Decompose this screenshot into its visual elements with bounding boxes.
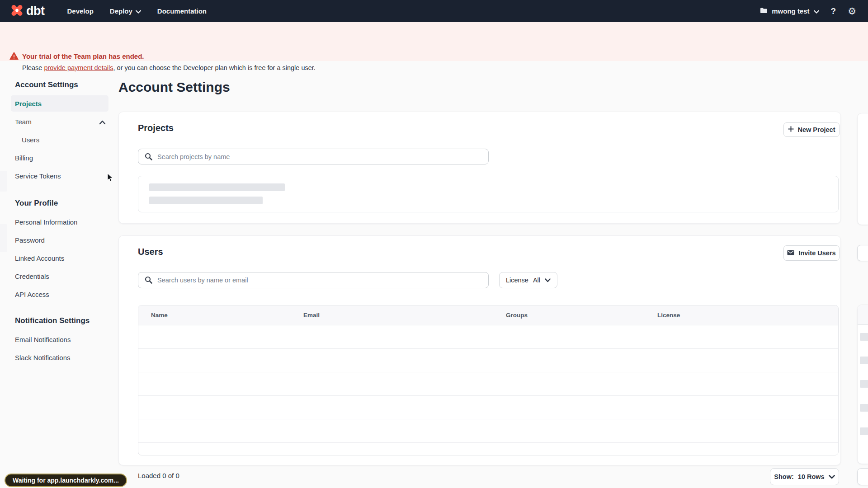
account-name: mwong test [772, 7, 809, 15]
help-button[interactable]: ? [831, 6, 836, 16]
payment-details-link[interactable]: provide payment details [44, 64, 113, 71]
sidebar-item-team[interactable]: Team [11, 113, 108, 130]
chevron-down-icon [136, 7, 141, 15]
sidebar-item-slack-notifications[interactable]: Slack Notifications [11, 349, 108, 366]
table-row-skeleton [138, 349, 838, 372]
sidebar-heading: Notification Settings [11, 316, 108, 325]
sidebar-item-users[interactable]: Users [11, 131, 108, 148]
account-switcher[interactable]: mwong test [760, 7, 819, 15]
invite-users-button[interactable]: Invite Users [783, 245, 840, 261]
sidebar-heading: Account Settings [11, 80, 108, 89]
sidebar-item-password[interactable]: Password [11, 232, 108, 248]
trial-banner: Your trial of the Team plan has ended. P… [0, 22, 868, 61]
screen: dbt Develop Deploy Documentation mwong t… [0, 0, 868, 488]
sidebar-item-service-tokens[interactable]: Service Tokens [11, 168, 108, 184]
sidebar-item-projects[interactable]: Projects [11, 95, 108, 112]
nav-develop[interactable]: Develop [67, 7, 93, 15]
sidebar-section-account-settings: Account Settings Projects Team Users Bil… [11, 80, 108, 186]
mouse-cursor [107, 173, 114, 184]
column-header-license: License [657, 312, 791, 319]
rows-per-page-dropdown[interactable]: Show: 10 Rows [770, 468, 839, 485]
gear-icon[interactable]: ⚙ [848, 6, 856, 16]
sidebar-item-email-notifications[interactable]: Email Notifications [11, 331, 108, 347]
skeleton-bar [149, 197, 263, 204]
clipped-sliver [0, 224, 7, 252]
chevron-down-icon [814, 7, 819, 15]
clipped-sliver [0, 171, 7, 192]
loaded-count: Loaded 0 of 0 [138, 472, 179, 479]
sidebar-item-linked-accounts[interactable]: Linked Accounts [11, 250, 108, 266]
column-header-name: Name [151, 312, 303, 319]
top-nav: dbt Develop Deploy Documentation mwong t… [0, 0, 868, 22]
banner-title: Your trial of the Team plan has ended. [22, 52, 144, 60]
clipped-button [857, 468, 868, 485]
warning-icon [9, 52, 19, 62]
projects-card-title: Projects [138, 123, 174, 133]
license-filter-dropdown[interactable]: License All [499, 272, 557, 288]
sidebar-section-your-profile: Your Profile Personal Information Passwo… [11, 199, 108, 304]
browser-status-bubble: Waiting for app.launchdarkly.com... [5, 474, 127, 487]
projects-loading-skeleton [138, 176, 839, 212]
dbt-logo-text: dbt [26, 4, 44, 18]
column-header-email: Email [303, 312, 506, 319]
sidebar-item-api-access[interactable]: API Access [11, 286, 108, 302]
users-card-title: Users [138, 247, 163, 257]
sidebar-section-notification-settings: Notification Settings Email Notification… [11, 316, 108, 367]
projects-card: Projects New Project [118, 112, 841, 224]
envelope-icon [787, 249, 794, 257]
sidebar-item-billing[interactable]: Billing [11, 150, 108, 166]
new-project-button[interactable]: New Project [783, 122, 840, 137]
sidebar-item-credentials[interactable]: Credentials [11, 268, 108, 284]
nav-right: mwong test ? ⚙ [760, 0, 856, 22]
table-row-skeleton [138, 372, 838, 396]
folder-icon [760, 7, 768, 15]
page-title: Account Settings [118, 80, 230, 95]
chevron-down-icon [829, 473, 835, 480]
nav-documentation[interactable]: Documentation [157, 7, 207, 15]
nav-deploy[interactable]: Deploy [110, 7, 141, 15]
users-card: Users Invite Users License All Name Emai… [118, 235, 841, 465]
table-row-skeleton [138, 419, 838, 443]
users-table: Name Email Groups License [138, 305, 839, 455]
sidebar-heading: Your Profile [11, 199, 108, 208]
dbt-logo-icon [10, 4, 24, 19]
sidebar-item-personal-information[interactable]: Personal Information [11, 214, 108, 230]
users-search-input[interactable] [138, 272, 489, 288]
users-table-header: Name Email Groups License [138, 305, 838, 325]
plus-icon [788, 126, 794, 133]
column-header-groups: Groups [506, 312, 657, 319]
table-row-skeleton [138, 325, 838, 349]
banner-body: Please provide payment details, or you c… [22, 64, 316, 71]
skeleton-bar [149, 183, 285, 191]
chevron-down-icon [545, 277, 551, 284]
projects-search-input[interactable] [138, 149, 489, 164]
clipped-panel [857, 113, 868, 225]
users-search [138, 272, 489, 288]
primary-nav: Develop Deploy Documentation [67, 7, 207, 15]
clipped-table-panel [857, 305, 868, 464]
dbt-logo[interactable]: dbt [10, 4, 44, 19]
chevron-up-icon [99, 118, 106, 126]
table-row-skeleton [138, 396, 838, 419]
projects-search [138, 149, 489, 164]
clipped-button [857, 245, 868, 261]
